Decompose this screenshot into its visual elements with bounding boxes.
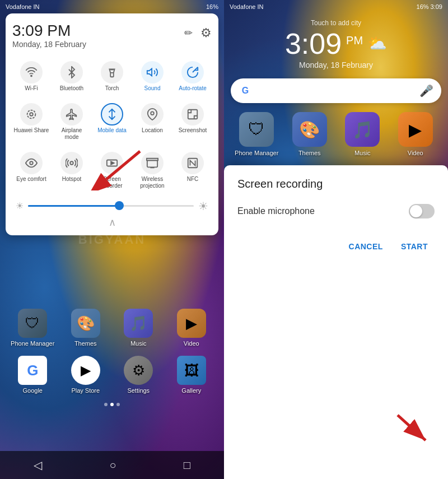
mic-icon[interactable]: 🎤: [419, 84, 433, 97]
bluetooth-icon-circle: [60, 61, 83, 83]
airplane-icon-circle: [60, 103, 83, 125]
qs-date: Monday, 18 February: [12, 40, 86, 49]
left-settings-app[interactable]: ⚙ Settings: [114, 356, 163, 394]
sound-icon-circle: [141, 61, 164, 83]
toggle-knob: [410, 205, 422, 217]
left-gallery-app[interactable]: 🖼 Gallery: [167, 356, 216, 394]
left-google-app[interactable]: G Google: [8, 356, 57, 394]
qs-header-icons: ✏ ⚙: [184, 26, 212, 40]
battery-left: 16%: [206, 3, 218, 10]
edit-icon[interactable]: ✏: [184, 27, 193, 39]
google-icon: G: [18, 356, 47, 385]
screen-recording-dialog: Screen recording Enable microphone CANCE…: [224, 165, 448, 479]
search-bar[interactable]: G 🎤: [231, 78, 441, 103]
right-phone-manager[interactable]: 🛡 Phone Manager: [233, 112, 281, 156]
right-themes[interactable]: 🎨 Themes: [286, 112, 334, 156]
right-music[interactable]: 🎵 Music: [339, 112, 386, 156]
touch-city[interactable]: Touch to add city: [224, 19, 448, 27]
left-recents-btn[interactable]: □: [184, 459, 190, 472]
gallery-label: Gallery: [181, 387, 201, 394]
left-playstore-app[interactable]: ▶ Play Store: [62, 356, 110, 394]
bluetooth-label: Bluetooth: [60, 85, 83, 92]
app-row-1: 🛡 Phone Manager 🎨 Themes 🎵 Music ▶ Video: [8, 309, 216, 347]
settings-icon[interactable]: ⚙: [200, 26, 212, 40]
eye-comfort-label: Eye comfort: [16, 176, 46, 183]
hotspot-label: Hotspot: [62, 176, 81, 183]
qs-wifi[interactable]: Wi-Fi: [12, 58, 50, 95]
status-icons-left: 16%: [206, 3, 218, 10]
left-nav-bar: ◁ ○ □: [0, 451, 224, 479]
wifi-icon: [20, 61, 43, 83]
svg-point-0: [31, 75, 32, 76]
qs-time: 3:09 PM: [12, 22, 86, 40]
battery-right: 16%: [417, 3, 429, 10]
qs-bluetooth[interactable]: Bluetooth: [53, 58, 91, 95]
right-app-grid: 🛡 Phone Manager 🎨 Themes 🎵 Music ▶ Video: [224, 109, 448, 160]
airplane-label: Airplane mode: [54, 127, 90, 141]
qs-screen-recorder[interactable]: Screen recorder: [93, 148, 131, 193]
qs-sound[interactable]: Sound: [133, 58, 171, 95]
qs-torch[interactable]: Torch: [93, 58, 131, 95]
page-dot-2: [110, 403, 114, 406]
status-bar-left: Vodafone IN 16%: [0, 0, 224, 13]
qs-row3: Eye comfort Hotspot Screen recorder: [12, 148, 212, 193]
brightness-slider[interactable]: [28, 205, 194, 207]
mic-toggle[interactable]: [409, 204, 435, 218]
wireless-projection-label: Wireless projection: [134, 176, 170, 189]
qs-huawei-share[interactable]: Huawei Share: [12, 100, 50, 144]
qs-header: 3:09 PM Monday, 18 February ✏ ⚙: [12, 22, 212, 55]
torch-icon-circle: [101, 61, 123, 83]
left-music-app[interactable]: 🎵 Music: [114, 309, 163, 347]
cancel-button[interactable]: CANCEL: [347, 238, 385, 255]
qs-screenshot[interactable]: Screenshot: [174, 100, 212, 144]
sr-buttons: CANCEL START: [237, 238, 435, 255]
settings-icon: ⚙: [124, 356, 153, 385]
left-phone-manager-app[interactable]: 🛡 Phone Manager: [8, 309, 57, 347]
playstore-icon: ▶: [71, 356, 100, 385]
torch-label: Torch: [105, 85, 119, 92]
sr-title: Screen recording: [237, 178, 435, 190]
right-video-label: Video: [408, 150, 423, 156]
brightness-row: ☀ ☀: [12, 197, 212, 215]
qs-wireless-projection[interactable]: Wireless projection: [133, 148, 171, 193]
status-icons-right: 16% 3:09: [417, 3, 442, 10]
qs-eye-comfort[interactable]: Eye comfort: [12, 148, 50, 193]
settings-label: Settings: [127, 387, 150, 394]
start-button[interactable]: START: [399, 238, 430, 255]
screen-recorder-icon-circle: [101, 152, 123, 174]
svg-point-4: [27, 110, 36, 118]
status-bar-right: Vodafone IN 16% 3:09: [224, 0, 448, 13]
left-home-btn[interactable]: ○: [109, 459, 116, 472]
video-label: Video: [184, 340, 199, 347]
qs-mobile-data[interactable]: Mobile data: [93, 100, 131, 144]
left-back-btn[interactable]: ◁: [34, 458, 42, 472]
svg-marker-11: [111, 161, 114, 165]
qs-hotspot[interactable]: Hotspot: [53, 148, 91, 193]
themes-label: Themes: [74, 340, 97, 347]
qs-row2: Huawei Share Airplane mode Mobile data: [12, 100, 212, 144]
screen-recorder-label: Screen recorder: [94, 176, 130, 189]
huawei-share-icon: [20, 103, 43, 125]
app-row-2: G Google ▶ Play Store ⚙ Settings 🖼 Galle…: [8, 356, 216, 394]
qs-autorotate[interactable]: Auto-rotate: [174, 58, 212, 95]
qs-row1: Wi-Fi Bluetooth Torch: [12, 58, 212, 95]
qs-airplane[interactable]: Airplane mode: [53, 100, 91, 144]
start-arrow: [386, 410, 437, 451]
huawei-share-label: Huawei Share: [14, 127, 49, 134]
nfc-label: NFC: [187, 176, 199, 183]
brightness-thumb[interactable]: [115, 201, 124, 210]
page-dot-1: [104, 403, 108, 406]
eye-comfort-icon-circle: [20, 152, 43, 174]
left-video-app[interactable]: ▶ Video: [167, 309, 216, 347]
qs-nfc[interactable]: NFC: [174, 148, 212, 193]
themes-icon: 🎨: [71, 309, 100, 338]
qs-location[interactable]: Location: [133, 100, 171, 144]
left-themes-app[interactable]: 🎨 Themes: [62, 309, 110, 347]
left-bottom-apps: 🛡 Phone Manager 🎨 Themes 🎵 Music ▶ Video…: [0, 309, 224, 412]
brightness-fill: [28, 205, 119, 207]
qs-collapse-chevron[interactable]: ∧: [12, 216, 212, 229]
sr-mic-row: Enable microphone: [237, 201, 435, 222]
svg-point-6: [151, 111, 154, 115]
wireless-projection-icon-circle: [141, 152, 164, 174]
right-video[interactable]: ▶ Video: [392, 112, 440, 156]
